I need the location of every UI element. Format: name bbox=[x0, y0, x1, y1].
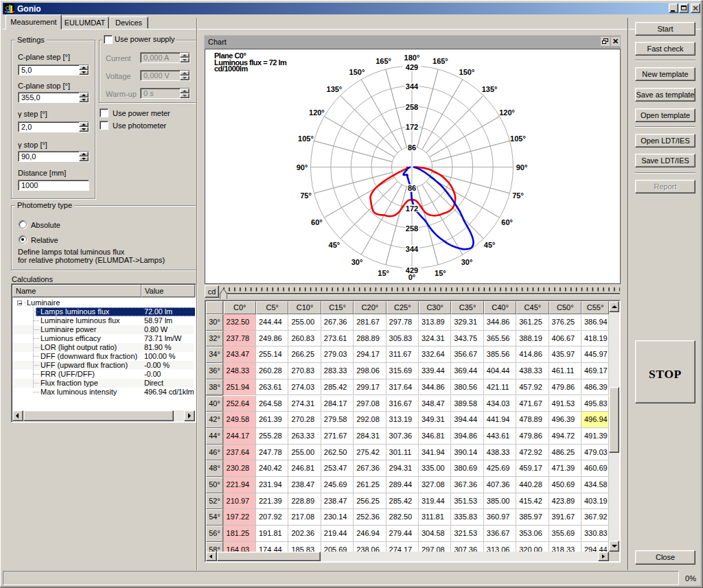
svg-text:45°: 45° bbox=[484, 241, 496, 249]
svg-text:135°: 135° bbox=[482, 85, 498, 93]
svg-text:90°: 90° bbox=[297, 163, 308, 172]
svg-text:150°: 150° bbox=[459, 68, 475, 76]
svg-text:45°: 45° bbox=[329, 241, 341, 249]
svg-text:172: 172 bbox=[406, 204, 418, 213]
svg-text:86: 86 bbox=[408, 184, 416, 192]
svg-text:30°: 30° bbox=[352, 258, 363, 266]
svg-text:344: 344 bbox=[406, 245, 419, 253]
svg-text:165°: 165° bbox=[433, 57, 448, 65]
svg-text:258: 258 bbox=[406, 103, 418, 111]
svg-text:165°: 165° bbox=[376, 57, 391, 65]
svg-text:60°: 60° bbox=[501, 218, 513, 226]
svg-text:75°: 75° bbox=[512, 191, 524, 200]
svg-text:344: 344 bbox=[406, 82, 419, 91]
svg-text:429: 429 bbox=[406, 63, 418, 71]
svg-text:75°: 75° bbox=[300, 191, 312, 200]
svg-text:258: 258 bbox=[406, 224, 418, 233]
svg-text:150°: 150° bbox=[349, 68, 365, 76]
svg-text:135°: 135° bbox=[327, 85, 343, 93]
svg-text:15°: 15° bbox=[378, 269, 389, 277]
svg-text:15°: 15° bbox=[435, 269, 446, 277]
svg-text:90°: 90° bbox=[516, 163, 528, 172]
svg-text:60°: 60° bbox=[311, 218, 323, 226]
svg-text:105°: 105° bbox=[510, 134, 526, 143]
svg-text:105°: 105° bbox=[298, 134, 314, 143]
svg-text:30°: 30° bbox=[461, 258, 473, 266]
svg-text:172: 172 bbox=[406, 123, 418, 131]
svg-text:120°: 120° bbox=[499, 108, 515, 117]
svg-text:0°: 0° bbox=[408, 273, 416, 281]
svg-text:120°: 120° bbox=[309, 108, 325, 117]
svg-text:86: 86 bbox=[408, 143, 416, 152]
svg-text:180°: 180° bbox=[404, 54, 420, 62]
